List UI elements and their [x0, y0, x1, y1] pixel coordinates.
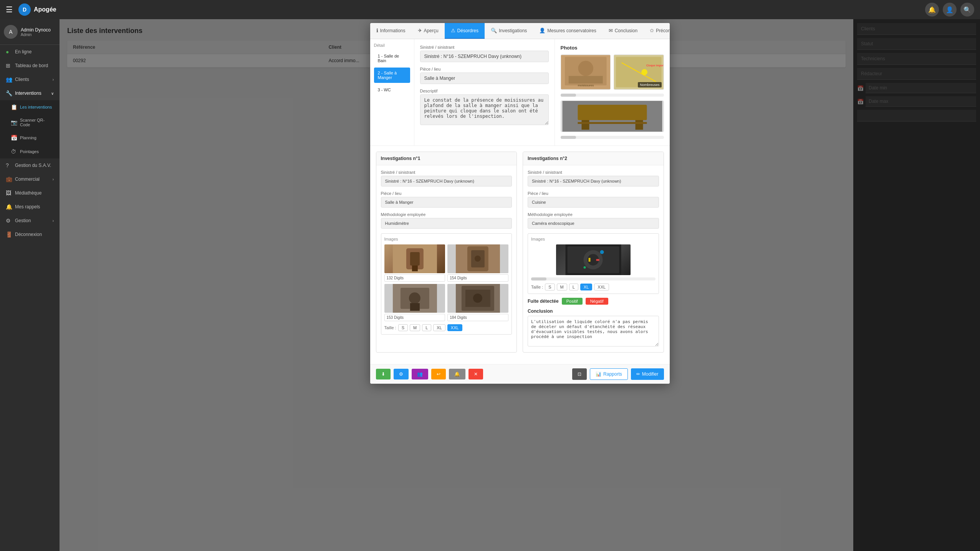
detail-item-1[interactable]: 1 - Salle de Bain	[374, 51, 410, 66]
inv2-piece-label: Pièce / lieu	[528, 191, 659, 196]
inv1-methodo-label: Méthodologie employée	[381, 212, 512, 217]
inv1-img-1	[384, 244, 445, 282]
inv2-sinistre-input[interactable]	[528, 176, 659, 186]
inv1-piece-input[interactable]	[381, 197, 512, 208]
tab-conclusion[interactable]: ✉ Conclusion	[603, 23, 644, 39]
inv1-img-4-placeholder[interactable]	[447, 284, 508, 313]
sidebar-item-gestion[interactable]: ⚙ Gestion ›	[0, 214, 60, 228]
detail-item-3[interactable]: 3 - WC	[374, 84, 410, 95]
sidebar-item-deconnexion[interactable]: 🚪 Déconnexion	[0, 228, 60, 241]
inv2-size-m[interactable]: M	[557, 284, 567, 290]
fuite-positif-btn[interactable]: Positif	[562, 298, 583, 305]
footer-bell-btn[interactable]: 🔔	[449, 369, 465, 379]
footer-download-btn[interactable]: ⬇	[376, 369, 391, 379]
inv1-piece-field: Pièce / lieu	[381, 191, 512, 208]
investigation-block-2: Investigations n°2 Sinistré / sinistrant…	[523, 152, 664, 353]
svg-point-25	[409, 292, 420, 304]
footer-modifier-btn[interactable]: ✏ Modifier	[631, 368, 664, 380]
inv2-size-xxl[interactable]: XXL	[594, 284, 609, 290]
inv1-size-xl[interactable]: XL	[433, 324, 445, 331]
detail-item-3-label: 3 - WC	[378, 87, 391, 92]
tab-preconisations[interactable]: ✩ Préconisations	[644, 23, 669, 39]
footer-action-btn[interactable]: ⊡	[572, 368, 587, 380]
gestion-chevron: ›	[53, 219, 54, 223]
photo-item-1[interactable]: moisissures	[561, 54, 611, 90]
inv1-methodo-input[interactable]	[381, 218, 512, 229]
tab-mesures[interactable]: 👤 Mesures conservatoires	[533, 23, 602, 39]
conclusion-label: Conclusion	[528, 308, 659, 314]
investigation-1-body: Sinistré / sinistrant Pièce / lieu Métho…	[376, 165, 517, 339]
desordre-section: Détail 1 - Salle de Bain 2 - Salle à Man…	[370, 39, 670, 146]
tab-desordres[interactable]: ⚠ Désordres	[445, 23, 485, 39]
footer-delete-btn[interactable]: ✕	[468, 369, 483, 379]
tab-informations[interactable]: ℹ Informations	[370, 23, 412, 39]
clients-chevron: ›	[53, 78, 54, 82]
sidebar-item-planning[interactable]: 📅 Planning	[0, 131, 60, 145]
hamburger-icon[interactable]: ☰	[6, 5, 13, 14]
sidebar-item-les-interventions[interactable]: 📋 Les interventions	[0, 100, 60, 114]
inv1-img-3-placeholder[interactable]	[384, 284, 445, 313]
inv2-methodo-input[interactable]	[528, 218, 659, 229]
sidebar-item-commercial[interactable]: 💼 Commercial ›	[0, 172, 60, 186]
inv1-img-2-caption[interactable]	[447, 274, 508, 282]
sidebar-label-gestion: Gestion	[15, 218, 31, 223]
photo-item-2[interactable]: Cloque importante Nombreuses	[614, 54, 664, 90]
sinistre-input[interactable]	[420, 51, 549, 62]
footer-undo-btn[interactable]: ↩	[431, 369, 446, 379]
descriptif-textarea[interactable]: Le constat de la présence de moisissures…	[420, 94, 549, 125]
photo-scroll-thumb	[561, 94, 576, 97]
deconnexion-icon: 🚪	[6, 231, 12, 238]
inv2-size-l[interactable]: L	[569, 284, 578, 290]
inv1-img-1-caption[interactable]	[384, 274, 445, 282]
piece-field: Pièce / lieu	[420, 67, 549, 84]
inv1-img-1-placeholder[interactable]	[384, 244, 445, 273]
footer-users-btn[interactable]: 👥	[412, 369, 428, 379]
detail-item-2[interactable]: 2 - Salle à Manger	[374, 68, 410, 83]
modal-body: Détail 1 - Salle de Bain 2 - Salle à Man…	[370, 39, 670, 364]
photo-scroll-bar-2[interactable]	[561, 136, 664, 139]
conclusion-textarea[interactable]: L'utilisation de liquide coloré n'a pas …	[528, 316, 659, 346]
sidebar-label-dashboard: Tableau de bord	[15, 63, 48, 68]
svg-rect-3	[568, 76, 603, 84]
sidebar-item-rappels[interactable]: 🔔 Mes rappels	[0, 200, 60, 214]
inv1-img-2-placeholder[interactable]	[447, 244, 508, 273]
sidebar-item-sav[interactable]: ? Gestion du S.A.V.	[0, 158, 60, 172]
inv1-img-3-caption[interactable]	[384, 314, 445, 321]
inv1-size-l[interactable]: L	[422, 324, 431, 331]
sidebar-label-mediatheque: Médiathèque	[15, 190, 41, 196]
inv2-size-xl[interactable]: XL	[580, 284, 592, 290]
inv2-scroll-bar[interactable]	[531, 277, 656, 280]
search-icon[interactable]: 🔍	[960, 3, 974, 16]
footer-rapports-btn[interactable]: 📊 Rapports	[590, 368, 628, 380]
photo-item-3[interactable]	[561, 101, 664, 132]
user-icon[interactable]: 👤	[943, 3, 957, 16]
inv1-sinistre-input[interactable]	[381, 176, 512, 186]
inv1-size-xxl[interactable]: XXL	[447, 324, 462, 331]
sidebar-item-scanner[interactable]: 📷 Scanner QR-Code	[0, 114, 60, 131]
piece-input[interactable]	[420, 73, 549, 84]
inv1-images-box: Images	[381, 233, 512, 335]
interventions-chevron: ∨	[51, 91, 54, 96]
inv2-img-1-placeholder[interactable]	[556, 244, 631, 275]
inv1-size-m[interactable]: M	[410, 324, 420, 331]
sidebar-label-rappels: Mes rappels	[15, 204, 40, 210]
sidebar-item-mediatheque[interactable]: 🖼 Médiathèque	[0, 186, 60, 200]
footer-settings-btn[interactable]: ⚙	[394, 369, 409, 379]
sidebar-label-sav: Gestion du S.A.V.	[15, 163, 51, 168]
fuite-negatif-btn[interactable]: Négatif	[586, 298, 608, 305]
investigation-block-1: Investigations n°1 Sinistré / sinistrant…	[376, 152, 517, 353]
photo-scroll-bar[interactable]	[561, 94, 664, 97]
sidebar-item-pointages[interactable]: ⏱ Pointages	[0, 145, 60, 158]
tab-investigations[interactable]: 🔍 Investigations	[485, 23, 533, 39]
svg-rect-13	[635, 120, 643, 130]
sidebar-item-online[interactable]: ● En ligne	[0, 45, 60, 59]
inv1-size-s[interactable]: S	[398, 324, 408, 331]
inv2-piece-input[interactable]	[528, 197, 659, 208]
sidebar-item-dashboard[interactable]: ⊞ Tableau de bord	[0, 59, 60, 73]
sidebar-item-clients[interactable]: 👥 Clients ›	[0, 73, 60, 86]
sidebar-item-interventions[interactable]: 🔧 Interventions ∨	[0, 86, 60, 100]
tab-apercu[interactable]: ✈ Aperçu	[412, 23, 445, 39]
inv1-img-4-caption[interactable]	[447, 314, 508, 321]
inv2-size-s[interactable]: S	[545, 284, 555, 290]
notifications-icon[interactable]: 🔔	[925, 3, 939, 16]
